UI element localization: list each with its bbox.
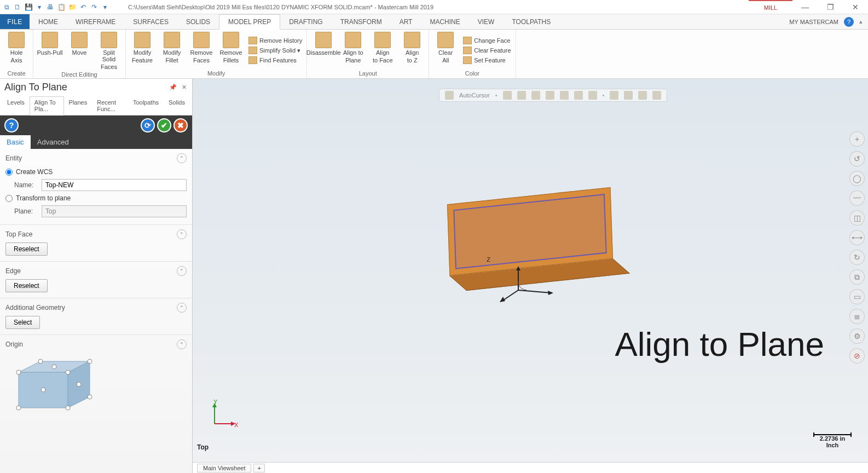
viewsheet-add-button[interactable]: + (253, 464, 264, 472)
viewsheet-tab-main[interactable]: Main Viewsheet (197, 464, 251, 472)
panel-cancel-button[interactable]: ✖ (173, 118, 188, 132)
remove-faces-button[interactable]: RemoveFaces (188, 32, 215, 69)
select-tool-icon[interactable] (652, 91, 661, 100)
save-icon[interactable]: 💾 (24, 3, 33, 11)
align-to-z-button[interactable]: Alignto Z (399, 32, 425, 69)
panel-tab-align-to-plane[interactable]: Align To Pla... (30, 96, 64, 116)
new-icon[interactable]: 🗋 (13, 3, 22, 11)
disassemble-button[interactable]: Disassemble (310, 32, 337, 69)
pin-icon[interactable]: 📌 (169, 84, 177, 91)
selection-toolbar[interactable]: AutoCursor • • (439, 89, 667, 102)
move-button[interactable]: Move (66, 32, 92, 70)
select-tool-icon[interactable] (610, 91, 618, 100)
panel-apply-button[interactable]: ⟳ (141, 118, 155, 132)
simplify-solid-button[interactable]: Simplify Solid ▾ (247, 46, 303, 55)
folder-icon[interactable]: 📁 (68, 3, 77, 11)
maximize-button[interactable]: ❐ (818, 0, 843, 14)
clear-feature-button[interactable]: Clear Feature (462, 46, 512, 55)
redo-icon[interactable]: ↷ (90, 3, 99, 11)
select-tool-icon[interactable] (588, 91, 597, 100)
mode-tab-basic[interactable]: Basic (0, 135, 31, 149)
save-dropdown-icon[interactable]: ▾ (35, 3, 44, 11)
top-face-reselect-button[interactable]: Reselect (5, 243, 48, 256)
collapse-icon[interactable]: ⌃ (177, 153, 187, 163)
measure-icon[interactable]: ⟷ (849, 230, 865, 245)
change-face-button[interactable]: Change Face (462, 36, 512, 45)
cube-tool-icon[interactable]: ◫ (849, 210, 865, 226)
find-features-button[interactable]: Find Features (247, 56, 303, 65)
create-wcs-radio[interactable] (5, 169, 13, 176)
context-tab-mill[interactable]: MILL (749, 0, 792, 14)
tab-surfaces[interactable]: SURFACES (124, 14, 177, 29)
wcs-name-input[interactable] (42, 179, 187, 191)
origin-picker[interactable] (8, 356, 95, 416)
collapse-icon[interactable]: ⌃ (177, 266, 187, 276)
select-tool-icon[interactable] (546, 91, 554, 100)
tab-drafting[interactable]: DRAFTING (280, 14, 331, 29)
panel-tab-planes[interactable]: Planes (64, 96, 92, 115)
ribbon-collapse-icon[interactable]: ▴ (859, 18, 863, 25)
circle-tool-icon[interactable]: ◯ (849, 171, 865, 186)
file-tab[interactable]: FILE (0, 14, 30, 29)
undo-icon[interactable]: ↶ (79, 3, 88, 11)
tab-model-prep[interactable]: MODEL PREP (219, 14, 280, 30)
panel-tab-levels[interactable]: Levels (2, 96, 30, 115)
panel-tab-toolpaths[interactable]: Toolpaths (128, 96, 164, 115)
zoom-in-icon[interactable]: + (849, 131, 865, 147)
panel-tab-solids[interactable]: Solids (164, 96, 190, 115)
cursor-icon[interactable] (445, 91, 454, 100)
transform-to-plane-radio[interactable] (5, 195, 13, 202)
modify-feature-button[interactable]: ModifyFeature (129, 32, 155, 69)
paste-icon[interactable]: 📋 (57, 3, 66, 11)
gear-icon[interactable]: ⚙ (849, 328, 865, 344)
collapse-icon[interactable]: ⌃ (177, 339, 187, 349)
align-to-face-button[interactable]: Alignto Face (369, 32, 396, 69)
panel-ok-button[interactable]: ✔ (157, 118, 171, 132)
remove-history-button[interactable]: Remove History (247, 36, 303, 45)
box-icon[interactable]: ▭ (849, 289, 865, 304)
tab-view[interactable]: VIEW (469, 14, 504, 29)
remove-fillets-button[interactable]: RemoveFillets (218, 32, 244, 69)
tab-home[interactable]: HOME (30, 14, 67, 29)
collapse-icon[interactable]: ⌃ (177, 303, 187, 313)
undo-view-icon[interactable]: ↺ (849, 151, 865, 166)
redo-view-icon[interactable]: ↻ (849, 250, 865, 265)
edge-reselect-button[interactable]: Reselect (5, 279, 48, 292)
viewport-3d[interactable]: AutoCursor • • + ↺ ◯ 〰 ◫ (193, 79, 868, 462)
tab-solids[interactable]: SOLIDS (177, 14, 219, 29)
panel-tab-recent[interactable]: Recent Func... (92, 96, 128, 115)
select-tool-icon[interactable] (560, 91, 569, 100)
minimize-button[interactable]: — (792, 0, 818, 14)
hole-axis-button[interactable]: HoleAxis (3, 32, 30, 69)
delete-icon[interactable]: ⊘ (849, 348, 865, 364)
modify-fillet-button[interactable]: ModifyFillet (159, 32, 185, 69)
select-tool-icon[interactable] (531, 91, 540, 100)
tab-toolpaths[interactable]: TOOLPATHS (503, 14, 559, 29)
tab-transform[interactable]: TRANSFORM (332, 14, 391, 29)
copy-icon[interactable]: ⧉ (849, 269, 865, 285)
print-icon[interactable]: 🖶 (46, 3, 55, 11)
panel-close-icon[interactable]: ✕ (180, 84, 188, 91)
panel-help-button[interactable]: ? (4, 118, 19, 132)
collapse-icon[interactable]: ⌃ (177, 229, 187, 239)
split-solid-faces-button[interactable]: Split SolidFaces (96, 32, 122, 70)
select-tool-icon[interactable] (503, 91, 512, 100)
clear-all-button[interactable]: ClearAll (432, 32, 459, 69)
select-tool-icon[interactable] (574, 91, 583, 100)
mode-tab-advanced[interactable]: Advanced (31, 135, 76, 149)
my-mastercam-link[interactable]: MY MASTERCAM (789, 19, 838, 25)
curve-tool-icon[interactable]: 〰 (849, 191, 865, 206)
set-feature-button[interactable]: Set Feature (462, 56, 512, 65)
qa-dropdown-icon[interactable]: ▾ (101, 3, 109, 11)
tab-art[interactable]: ART (391, 14, 421, 29)
close-button[interactable]: ✕ (843, 0, 868, 14)
select-tool-icon[interactable] (638, 91, 647, 100)
additional-geometry-select-button[interactable]: Select (5, 316, 40, 329)
tab-wireframe[interactable]: WIREFRAME (67, 14, 124, 29)
tab-machine[interactable]: MACHINE (421, 14, 468, 29)
push-pull-button[interactable]: Push-Pull (37, 32, 63, 70)
select-tool-icon[interactable] (517, 91, 526, 100)
select-tool-icon[interactable] (624, 91, 633, 100)
help-icon[interactable]: ? (844, 17, 854, 27)
layers-icon[interactable]: ≣ (849, 309, 865, 324)
